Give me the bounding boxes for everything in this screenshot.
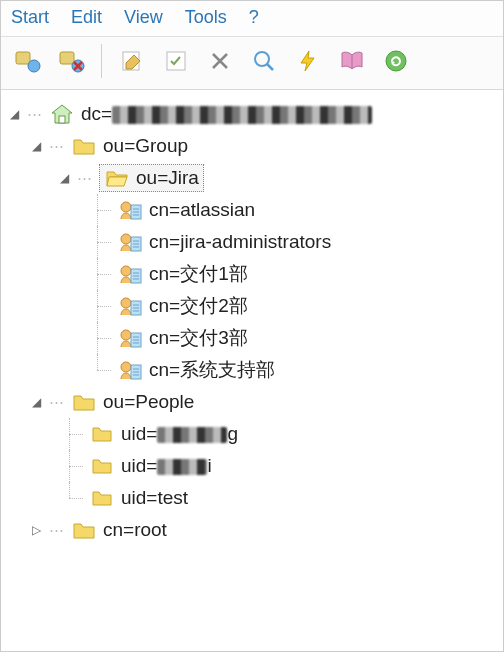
blurred-text	[112, 106, 372, 124]
selected-node: ou=Jira	[99, 164, 204, 192]
tree-node-cn[interactable]: cn=交付3部	[7, 322, 499, 354]
checklist-icon[interactable]	[158, 43, 194, 79]
folder-open-icon	[104, 165, 130, 191]
node-label: uid=test	[121, 487, 188, 509]
tree-node-cn[interactable]: cn=系统支持部	[7, 354, 499, 386]
home-icon	[49, 101, 75, 127]
user-group-icon	[117, 357, 143, 383]
user-group-icon	[117, 229, 143, 255]
toolbar-separator	[101, 44, 102, 78]
tree-node-people[interactable]: ◢ ⋯ ou=People	[7, 386, 499, 418]
svg-rect-2	[60, 52, 74, 64]
menu-edit[interactable]: Edit	[71, 7, 102, 28]
delete-icon[interactable]	[202, 43, 238, 79]
disconnect-icon[interactable]	[53, 43, 89, 79]
folder-icon	[89, 453, 115, 479]
tree-node-uid[interactable]: uid=test	[7, 482, 499, 514]
expand-toggle[interactable]: ◢	[57, 171, 71, 185]
node-label: uid=g	[121, 423, 238, 445]
svg-point-17	[121, 330, 131, 340]
menu-tools[interactable]: Tools	[185, 7, 227, 28]
user-group-icon	[117, 197, 143, 223]
search-icon[interactable]	[246, 43, 282, 79]
node-label: cn=atlassian	[149, 199, 255, 221]
menu-help[interactable]: ?	[249, 7, 259, 28]
node-label: cn=系统支持部	[149, 357, 275, 383]
edit-icon[interactable]	[114, 43, 150, 79]
tree-node-group[interactable]: ◢ ⋯ ou=Group	[7, 130, 499, 162]
node-label: cn=交付1部	[149, 261, 248, 287]
tree-node-uid[interactable]: uid=g	[7, 418, 499, 450]
node-label: uid=i	[121, 455, 212, 477]
tree-connector	[91, 226, 117, 258]
expand-toggle[interactable]: ◢	[7, 107, 21, 121]
tree-connector: ⋯	[49, 137, 65, 155]
tree-node-dc[interactable]: ◢ ⋯ dc=	[7, 98, 499, 130]
folder-icon	[89, 485, 115, 511]
svg-point-6	[255, 52, 269, 66]
toolbar	[1, 37, 503, 90]
tree-node-cn[interactable]: cn=交付1部	[7, 258, 499, 290]
node-label: cn=交付2部	[149, 293, 248, 319]
user-group-icon	[117, 293, 143, 319]
blurred-text	[157, 459, 207, 475]
folder-icon	[89, 421, 115, 447]
tree-connector: ⋯	[49, 521, 65, 539]
tree-node-cn[interactable]: cn=jira-administrators	[7, 226, 499, 258]
svg-rect-0	[16, 52, 30, 64]
folder-icon	[71, 517, 97, 543]
svg-point-13	[121, 266, 131, 276]
tree-connector: ⋯	[77, 169, 93, 187]
tree-node-jira[interactable]: ◢ ⋯ ou=Jira	[7, 162, 499, 194]
user-group-icon	[117, 325, 143, 351]
user-group-icon	[117, 261, 143, 287]
node-label: cn=交付3部	[149, 325, 248, 351]
node-label: ou=People	[103, 391, 194, 413]
connect-icon[interactable]	[9, 43, 45, 79]
menu-view[interactable]: View	[124, 7, 163, 28]
book-icon[interactable]	[334, 43, 370, 79]
tree-connector	[63, 450, 89, 482]
tree-node-cnroot[interactable]: ▷ ⋯ cn=root	[7, 514, 499, 546]
svg-point-15	[121, 298, 131, 308]
node-label: cn=root	[103, 519, 167, 541]
svg-point-11	[121, 234, 131, 244]
node-label: dc=	[81, 103, 372, 125]
folder-icon	[71, 133, 97, 159]
node-label: ou=Group	[103, 135, 188, 157]
expand-toggle[interactable]: ▷	[29, 523, 43, 537]
tree-connector	[91, 354, 117, 386]
menu-start[interactable]: Start	[11, 7, 49, 28]
expand-toggle[interactable]: ◢	[29, 395, 43, 409]
tree-connector	[91, 258, 117, 290]
tree-connector: ⋯	[49, 393, 65, 411]
tree-connector: ⋯	[27, 105, 43, 123]
tree-connector	[63, 482, 89, 514]
node-label: cn=jira-administrators	[149, 231, 331, 253]
blurred-text	[157, 427, 227, 443]
svg-rect-8	[59, 116, 65, 123]
folder-icon	[71, 389, 97, 415]
svg-point-19	[121, 362, 131, 372]
refresh-icon[interactable]	[378, 43, 414, 79]
tree-connector	[63, 418, 89, 450]
svg-point-7	[386, 51, 406, 71]
svg-point-9	[121, 202, 131, 212]
tree-connector	[91, 194, 117, 226]
node-label: ou=Jira	[136, 167, 199, 189]
tree-connector	[91, 322, 117, 354]
svg-point-1	[28, 60, 40, 72]
tree-node-cn[interactable]: cn=atlassian	[7, 194, 499, 226]
expand-toggle[interactable]: ◢	[29, 139, 43, 153]
tree-node-cn[interactable]: cn=交付2部	[7, 290, 499, 322]
tree-connector	[91, 290, 117, 322]
tree-node-uid[interactable]: uid=i	[7, 450, 499, 482]
lightning-icon[interactable]	[290, 43, 326, 79]
ldap-tree: ◢ ⋯ dc= ◢ ⋯ ou=Group ◢ ⋯ ou=Jira cn=atla	[1, 90, 503, 550]
menu-bar: Start Edit View Tools ?	[1, 1, 503, 37]
